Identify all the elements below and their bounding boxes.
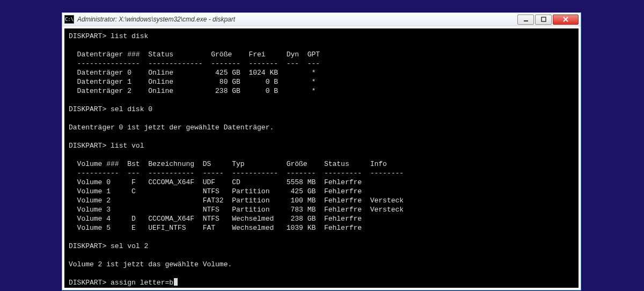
window-icon: C:\	[64, 15, 74, 24]
table-row: Volume 5 E UEFI_NTFS FAT Wechselmed 1039…	[69, 224, 362, 232]
terminal-output: DISKPART> list disk Datenträger ### Stat…	[64, 28, 579, 288]
table-row: Datenträger 2 Online 238 GB 0 B *	[69, 87, 316, 95]
table-row: Datenträger 0 Online 425 GB 1024 KB *	[69, 69, 316, 77]
status-message: Volume 2 ist jetzt das gewählte Volume.	[69, 260, 232, 268]
command-text: list vol	[111, 142, 144, 150]
command-text: sel vol 2	[111, 242, 148, 250]
terminal-client-area[interactable]: DISKPART> list disk Datenträger ### Stat…	[64, 28, 579, 288]
table-header: Volume ### Bst Bezeichnung DS Typ Größe …	[69, 160, 387, 168]
command-text: sel disk 0	[111, 105, 152, 113]
svg-rect-1	[541, 17, 546, 21]
prompt: DISKPART>	[69, 142, 106, 150]
table-row: Volume 3 NTFS Partition 783 MB Fehlerfre…	[69, 206, 404, 214]
window-title: Administrator: X:\windows\system32\cmd.e…	[77, 16, 517, 23]
table-rule: --------------- ------------- ------- --…	[69, 60, 320, 68]
table-header: Datenträger ### Status Größe Frei Dyn GP…	[69, 50, 320, 59]
status-message: Datenträger 0 ist jetzt der gewählte Dat…	[69, 123, 274, 132]
prompt: DISKPART>	[69, 242, 106, 250]
table-row: Volume 2 FAT32 Partition 100 MB Fehlerfr…	[69, 197, 404, 205]
prompt: DISKPART>	[69, 32, 106, 40]
titlebar[interactable]: C:\ Administrator: X:\windows\system32\c…	[62, 13, 581, 26]
window-controls	[517, 14, 579, 25]
maximize-button[interactable]	[535, 14, 552, 25]
command-text: list disk	[111, 32, 148, 40]
prompt: DISKPART>	[69, 105, 106, 113]
minimize-button[interactable]	[517, 14, 534, 25]
command-text: assign letter=b	[111, 279, 173, 287]
table-row: Volume 0 F CCCOMA_X64F UDF CD 5558 MB Fe…	[69, 178, 362, 186]
cmd-window: C:\ Administrator: X:\windows\system32\c…	[62, 12, 581, 290]
close-button[interactable]	[553, 14, 579, 25]
table-row: Volume 1 C NTFS Partition 425 GB Fehlerf…	[69, 187, 362, 195]
text-cursor	[174, 278, 178, 286]
table-row: Datenträger 1 Online 80 GB 0 B *	[69, 78, 316, 86]
table-row: Volume 4 D CCCOMA_X64F NTFS Wechselmed 2…	[69, 215, 362, 223]
table-rule: ---------- --- ----------- ----- -------…	[69, 169, 404, 177]
prompt: DISKPART>	[69, 279, 106, 287]
